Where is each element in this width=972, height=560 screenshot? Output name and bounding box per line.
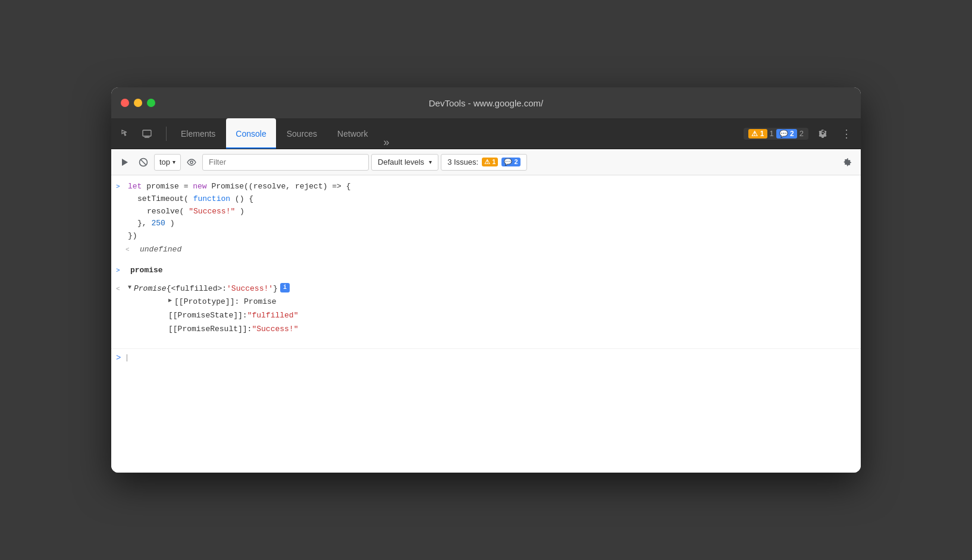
promise-result-value: "Success!" xyxy=(252,323,298,336)
devtools-window: DevTools - www.google.com/ Elements xyxy=(111,87,861,473)
info-badge: 💬 2 xyxy=(776,129,797,139)
tab-divider xyxy=(166,127,167,141)
undefined-value: undefined xyxy=(135,244,861,256)
collapse-arrow[interactable]: ▼ xyxy=(128,283,131,292)
svg-point-6 xyxy=(190,161,193,163)
prototype-label: [[Prototype]]: Promise xyxy=(174,296,277,309)
prototype-line: ▶ [[Prototype]]: Promise xyxy=(133,295,861,309)
more-vert-icon: ⋮ xyxy=(841,127,852,140)
info-icon[interactable]: i xyxy=(280,283,290,292)
spacer-2 xyxy=(111,278,861,282)
code-line-3: resolve( "Success!" ) xyxy=(147,206,861,218)
promise-output-line: < ▼ Promise { <fulfilled>: 'Success!' } … xyxy=(111,282,861,296)
inspect-element-button[interactable] xyxy=(116,124,135,143)
svg-line-5 xyxy=(141,159,146,164)
output-arrow: < xyxy=(126,245,135,256)
promise-label: Promise xyxy=(134,283,167,295)
device-toolbar-button[interactable] xyxy=(137,124,156,143)
chevron-down-icon: ▾ xyxy=(173,159,175,165)
devtools-icon-group xyxy=(116,124,156,143)
filter-input[interactable] xyxy=(202,154,369,171)
promise-state-line: [[PromiseState]]: "fulfilled" xyxy=(133,309,861,323)
svg-rect-0 xyxy=(143,130,151,136)
warning-badge: ⚠ 1 xyxy=(748,129,767,139)
input-arrow-2: > xyxy=(116,266,126,276)
window-title: DevTools - www.google.com/ xyxy=(429,98,544,108)
tab-sources[interactable]: Sources xyxy=(277,118,327,149)
spacer-3 xyxy=(111,336,861,346)
code-line-2: setTimeout( function () { xyxy=(137,193,861,206)
tabbar: Elements Console Sources Network » ⚠ 1 1 xyxy=(111,118,861,149)
promise-input-line: > promise xyxy=(111,264,861,278)
context-selector[interactable]: top ▾ xyxy=(154,154,181,171)
tab-console[interactable]: Console xyxy=(226,118,275,149)
svg-rect-1 xyxy=(145,137,149,138)
code-line-4: }, 250 ) xyxy=(137,218,861,230)
spacer xyxy=(111,257,861,264)
undefined-output-line: < undefined xyxy=(111,243,861,257)
promise-brace-close: } xyxy=(273,283,278,295)
promise-output-arrow: < xyxy=(116,284,126,295)
input-arrow: > xyxy=(116,182,126,193)
chevron-down-icon: ▾ xyxy=(429,159,432,165)
clear-console-button[interactable] xyxy=(135,154,152,171)
promise-input: promise xyxy=(126,265,861,277)
run-script-button[interactable] xyxy=(116,154,133,171)
maximize-button[interactable] xyxy=(147,99,155,107)
code-line-5: }) xyxy=(128,230,861,243)
titlebar: DevTools - www.google.com/ xyxy=(111,87,861,118)
tab-network[interactable]: Network xyxy=(328,118,377,149)
warning-count-badge: ⚠ 1 xyxy=(482,158,498,166)
promise-result-key: [[PromiseResult]]: xyxy=(168,323,252,336)
console-content: > let promise = new Promise((resolve, re… xyxy=(111,175,861,473)
tabbar-right: ⚠ 1 1 💬 2 2 ⋮ xyxy=(744,124,856,143)
code-line-1: let promise = new Promise((resolve, reje… xyxy=(128,181,861,193)
console-prompt-line[interactable]: > | xyxy=(111,348,861,367)
promise-key: <fulfilled>: xyxy=(171,283,227,295)
tabs: Elements Console Sources Network » xyxy=(171,118,394,149)
console-input-line: > let promise = new Promise((resolve, re… xyxy=(111,180,861,243)
issues-badge-container[interactable]: ⚠ 1 1 💬 2 2 xyxy=(744,128,808,140)
code-block: let promise = new Promise((resolve, reje… xyxy=(126,181,861,243)
issues-counter[interactable]: 3 Issues: ⚠ 1 💬 2 xyxy=(441,154,526,171)
promise-brace-open: { xyxy=(167,283,171,295)
prompt-arrow: > xyxy=(116,351,121,364)
more-options-button[interactable]: ⋮ xyxy=(837,124,856,143)
tab-elements[interactable]: Elements xyxy=(171,118,225,149)
settings-button[interactable] xyxy=(813,124,832,143)
promise-result-line: [[PromiseResult]]: "Success!" xyxy=(133,323,861,336)
live-expression-button[interactable] xyxy=(183,154,200,171)
console-settings-button[interactable] xyxy=(839,154,856,171)
svg-rect-2 xyxy=(146,136,148,137)
more-tabs-button[interactable]: » xyxy=(378,136,394,149)
promise-state-value: "fulfilled" xyxy=(247,310,299,322)
prompt-cursor: | xyxy=(124,352,129,364)
console-toolbar: top ▾ Default levels ▾ 3 Issues: ⚠ 1 💬 2 xyxy=(111,149,861,175)
prototype-expand-arrow[interactable]: ▶ xyxy=(168,296,172,306)
promise-value: 'Success!' xyxy=(227,283,273,295)
traffic-lights xyxy=(121,99,155,107)
info-count-badge: 💬 2 xyxy=(501,158,520,166)
close-button[interactable] xyxy=(121,99,129,107)
promise-state-key: [[PromiseState]]: xyxy=(168,310,247,322)
log-levels-selector[interactable]: Default levels ▾ xyxy=(371,154,438,171)
minimize-button[interactable] xyxy=(134,99,142,107)
svg-marker-3 xyxy=(122,159,128,166)
